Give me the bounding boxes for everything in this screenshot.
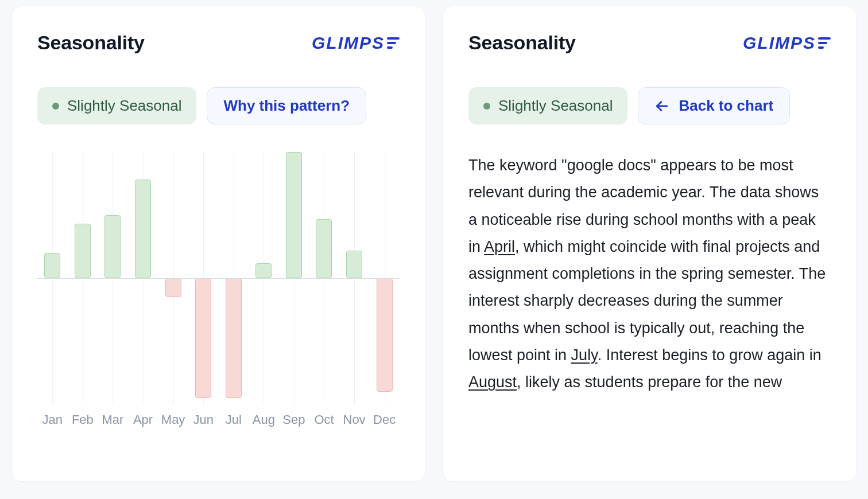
status-dot-icon [483,103,490,110]
arrow-left-icon [654,99,669,114]
seasonality-badge: Slightly Seasonal [468,87,627,124]
card-title: Seasonality [468,32,576,54]
explanation-text: The keyword "google docs" appears to be … [468,152,831,396]
x-tick-label: Jun [188,412,219,427]
seasonality-chart-card: Seasonality GLIMPS Slightly Seasonal Why… [11,6,425,482]
chart-bar [286,152,302,278]
pill-row: Slightly Seasonal Back to chart [468,87,831,124]
badge-label: Slightly Seasonal [498,97,613,115]
chart-x-axis-labels: JanFebMarAprMayJunJulAugSepOctNovDec [37,412,400,427]
card-title: Seasonality [37,32,145,54]
link-label: Why this pattern? [223,97,350,115]
x-tick-label: Apr [128,412,158,427]
x-tick-label: Dec [369,412,400,427]
pill-row: Slightly Seasonal Why this pattern? [37,87,400,124]
x-tick-label: May [158,412,188,427]
logo-text: GLIMPS [743,33,816,53]
underline-august: August [468,373,517,391]
chart-bar [346,251,362,278]
chart-bar [135,180,151,278]
chart-bar [226,278,242,398]
seasonality-explain-card: Seasonality GLIMPS Slightly Seasonal Bac… [443,6,857,482]
chart-bar [75,224,91,278]
chart-bar [195,278,211,398]
chart-bar [316,219,332,278]
x-tick-label: Nov [339,412,370,427]
status-dot-icon [52,103,59,110]
why-this-pattern-button[interactable]: Why this pattern? [207,87,366,124]
seasonality-badge: Slightly Seasonal [37,87,196,124]
chart-bar [255,263,272,278]
chart-bar [165,278,181,297]
x-tick-label: Oct [309,412,339,427]
glimpse-logo: GLIMPS [743,33,831,53]
x-tick-label: Mar [98,412,128,427]
x-tick-label: Jan [37,412,68,427]
chart-bar [104,215,121,278]
logo-lines-icon [387,37,400,49]
x-tick-label: Sep [279,412,309,427]
back-to-chart-button[interactable]: Back to chart [638,87,790,124]
fade-overlay [443,435,856,481]
link-label: Back to chart [679,97,773,115]
underline-april: April [484,238,515,255]
glimpse-logo: GLIMPS [312,33,400,53]
underline-july: July [571,346,598,364]
x-tick-label: Aug [249,412,279,427]
seasonality-bar-chart [37,152,400,404]
logo-text: GLIMPS [312,33,385,53]
card-header: Seasonality GLIMPS [37,32,400,54]
logo-lines-icon [818,37,831,49]
x-tick-label: Jul [218,412,249,427]
badge-label: Slightly Seasonal [67,97,181,115]
chart-axis-line [37,278,400,279]
card-header: Seasonality GLIMPS [468,32,831,54]
chart-bar [44,253,60,278]
chart-bar [377,278,393,392]
x-tick-label: Feb [68,412,98,427]
